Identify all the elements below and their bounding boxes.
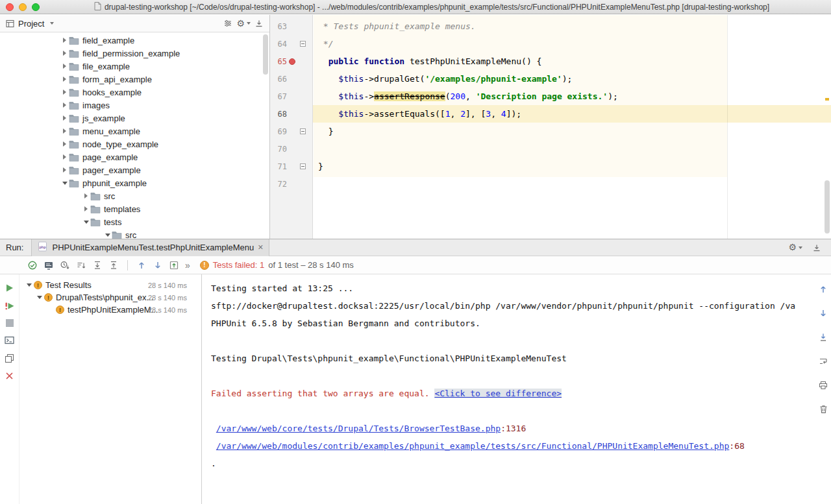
sort-by-duration-toggle[interactable] xyxy=(60,260,70,270)
chevron-down-icon[interactable] xyxy=(50,22,54,25)
chevron-right-icon[interactable] xyxy=(60,90,69,95)
next-failed-test-button[interactable] xyxy=(153,260,163,270)
stack-trace-link[interactable]: /var/www/web/modules/contrib/examples/ph… xyxy=(216,441,730,451)
tree-item-js_example[interactable]: js_example xyxy=(0,112,269,125)
close-tab-icon[interactable] xyxy=(258,243,263,252)
tree-item-src[interactable]: src xyxy=(0,189,269,202)
code-line-70[interactable]: 70 xyxy=(270,140,831,158)
folder-icon xyxy=(69,88,81,97)
tree-item-label: phpunit_example xyxy=(82,178,147,188)
scroll-to-end-button[interactable] xyxy=(819,330,828,348)
tree-item-page_example[interactable]: page_example xyxy=(0,150,269,163)
show-passed-toggle[interactable] xyxy=(27,260,38,270)
chevron-right-icon[interactable] xyxy=(60,51,69,56)
chevron-right-icon[interactable] xyxy=(60,64,69,69)
chevron-right-icon[interactable] xyxy=(60,115,69,121)
settings-sliders-icon[interactable] xyxy=(223,19,232,28)
test-tree-item[interactable]: Test Results28 s 140 ms xyxy=(19,279,201,291)
line-number: 65 xyxy=(270,57,287,66)
close-window-button[interactable] xyxy=(6,3,14,11)
tree-item-label: pager_example xyxy=(82,165,141,175)
chevron-down-icon[interactable] xyxy=(25,283,34,287)
chevron-right-icon[interactable] xyxy=(60,128,69,134)
tree-item-form_api_example[interactable]: form_api_example xyxy=(0,73,269,86)
stack-trace-link[interactable]: /var/www/web/core/tests/Drupal/Tests/Bro… xyxy=(216,424,501,433)
code-line-69[interactable]: 69 } xyxy=(270,123,831,140)
show-ignored-toggle[interactable] xyxy=(43,260,54,270)
restore-layout-button[interactable] xyxy=(5,353,14,363)
run-tab[interactable]: php PHPUnitExampleMenuTest.testPhpUnitEx… xyxy=(31,239,269,256)
soft-wrap-button[interactable] xyxy=(819,354,828,372)
expand-all-button[interactable] xyxy=(92,260,103,270)
warning-stripe-mark[interactable] xyxy=(825,98,829,101)
code-line-64[interactable]: 64 */ xyxy=(270,35,831,53)
print-button[interactable] xyxy=(819,378,828,396)
sort-alphabetically-toggle[interactable] xyxy=(76,260,86,270)
tree-item-src[interactable]: src xyxy=(0,228,269,239)
chevron-right-icon[interactable] xyxy=(60,77,69,82)
close-run-panel-button[interactable] xyxy=(6,370,13,381)
previous-failed-test-button[interactable] xyxy=(136,260,147,270)
gear-icon[interactable] xyxy=(788,243,802,252)
tree-item-pager_example[interactable]: pager_example xyxy=(0,163,269,176)
chevron-right-icon[interactable] xyxy=(60,102,69,108)
tree-item-hooks_example[interactable]: hooks_example xyxy=(0,86,269,99)
tree-item-node_type_example[interactable]: node_type_example xyxy=(0,138,269,150)
chevron-down-icon[interactable] xyxy=(103,234,112,237)
hide-panel-icon[interactable] xyxy=(812,243,821,252)
diff-link[interactable]: <Click to see difference> xyxy=(434,389,562,398)
test-tree-item[interactable]: testPhpUnitExampleM...28 s 140 ms xyxy=(19,304,201,316)
code-line-65[interactable]: 65 public function testPhpUnitExampleMen… xyxy=(270,53,831,70)
failed-test-gutter-icon[interactable] xyxy=(289,58,295,65)
project-scrollbar[interactable] xyxy=(263,34,268,75)
tree-item-templates[interactable]: templates xyxy=(0,202,269,215)
clear-console-button[interactable] xyxy=(819,402,828,420)
tree-item-field_example[interactable]: field_example xyxy=(0,34,269,47)
show-output-console-button[interactable] xyxy=(5,335,14,346)
tree-item-tests[interactable]: tests xyxy=(0,215,269,228)
chevron-down-icon[interactable] xyxy=(35,296,44,299)
collapse-all-button[interactable] xyxy=(108,260,119,270)
test-tree-item[interactable]: Drupal\Tests\phpunit_ex...28 s 140 ms xyxy=(19,291,201,304)
code-line-68[interactable]: 68 $this->assertEquals([1, 2], [3, 4]); xyxy=(270,105,831,123)
code-line-63[interactable]: 63 * Tests phpunit_example menus. xyxy=(270,18,831,35)
hide-panel-icon[interactable] xyxy=(254,19,264,28)
chevron-right-icon[interactable] xyxy=(60,141,69,147)
tree-item-menu_example[interactable]: menu_example xyxy=(0,125,269,138)
editor-scrollbar[interactable] xyxy=(825,180,830,234)
navigate-down-button[interactable] xyxy=(819,306,828,324)
rerun-button[interactable] xyxy=(5,283,14,293)
chevron-right-icon[interactable] xyxy=(60,167,69,173)
chevron-down-icon[interactable] xyxy=(60,182,69,185)
project-panel-title[interactable]: Project xyxy=(18,19,44,29)
tree-item-phpunit_example[interactable]: phpunit_example xyxy=(0,176,269,189)
test-failed-icon xyxy=(44,293,53,302)
chevron-right-icon[interactable] xyxy=(82,193,90,198)
chevron-right-icon[interactable] xyxy=(82,206,90,211)
import-test-results-button[interactable] xyxy=(169,260,179,270)
navigate-up-button[interactable] xyxy=(819,282,828,300)
code-line-66[interactable]: 66 $this->drupalGet('/examples/phpunit-e… xyxy=(270,70,831,88)
code-line-67[interactable]: 67 $this->assertResponse(200, 'Descripti… xyxy=(270,88,831,105)
chevron-right-icon[interactable] xyxy=(60,154,69,160)
fold-icon[interactable] xyxy=(300,41,306,47)
gear-icon[interactable] xyxy=(236,19,251,29)
minimize-window-button[interactable] xyxy=(19,3,27,11)
fold-icon[interactable] xyxy=(300,163,306,169)
chevron-double-icon[interactable] xyxy=(185,259,190,271)
zoom-window-button[interactable] xyxy=(32,3,40,11)
rerun-failed-tests-button[interactable] xyxy=(5,300,15,311)
tree-item-images[interactable]: images xyxy=(0,99,269,112)
folder-icon xyxy=(90,218,102,226)
editor[interactable]: 63 * Tests phpunit_example menus.64 */65… xyxy=(270,15,831,239)
chevron-right-icon[interactable] xyxy=(60,38,69,43)
chevron-down-icon[interactable] xyxy=(82,221,90,224)
code-line-71[interactable]: 71} xyxy=(270,158,831,175)
stop-button[interactable] xyxy=(6,318,14,328)
tree-item-file_example[interactable]: file_example xyxy=(0,60,269,73)
right-margin-guide xyxy=(727,15,728,239)
line-number: 64 xyxy=(270,40,287,49)
tree-item-field_permission_example[interactable]: field_permission_example xyxy=(0,47,269,60)
code-line-72[interactable]: 72 xyxy=(270,175,831,193)
fold-icon[interactable] xyxy=(300,128,306,134)
